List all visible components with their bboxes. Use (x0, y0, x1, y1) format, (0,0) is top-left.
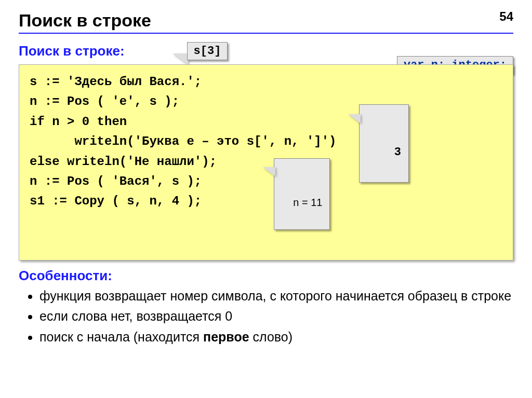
callout-result-3: 3 (359, 104, 409, 183)
page-number: 54 (499, 9, 513, 24)
section-heading-search: Поиск в строке: (19, 43, 125, 59)
feature3-pre: поиск с начала (находится (39, 330, 203, 344)
list-item: функция возвращает номер символа, с кото… (39, 287, 513, 306)
list-item: если слова нет, возвращается 0 (39, 307, 513, 326)
callout-result-n11: n = 11 (274, 158, 330, 230)
callout-s3-wrap: s[3] (187, 42, 228, 60)
section-heading-features: Особенности: (19, 268, 513, 284)
callout-3-text: 3 (394, 146, 401, 159)
callout-tail-icon (263, 167, 275, 176)
feature3-bold: первое (203, 330, 249, 344)
callout-n11-text: n = 11 (293, 197, 322, 208)
callout-tail-icon (348, 114, 361, 123)
list-item: поиск с начала (находится первое слово) (39, 328, 513, 347)
code-block: s := 'Здесь был Вася.'; n := Pos ( 'е', … (19, 64, 513, 260)
page-title: Поиск в строке (19, 10, 513, 31)
features-list: функция возвращает номер символа, с кото… (28, 287, 513, 347)
feature3-post: слово) (249, 330, 292, 344)
title-underline (19, 33, 513, 34)
callout-s3: s[3] (187, 42, 228, 60)
callout-tail-icon (172, 53, 188, 65)
